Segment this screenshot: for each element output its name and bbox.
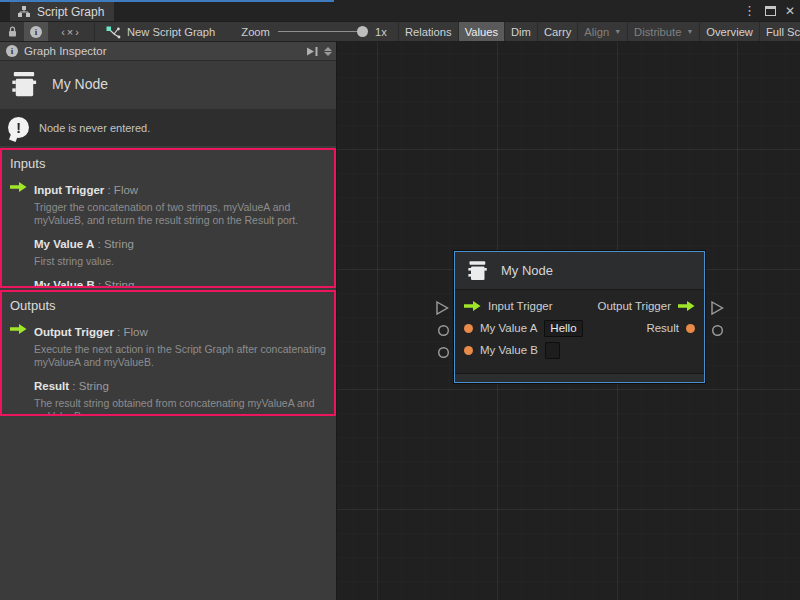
node-footer — [455, 373, 704, 382]
graph-inspector-title: Graph Inspector — [24, 45, 306, 57]
titlebar: Script Graph ⋮ ✕ — [0, 0, 800, 21]
external-value-port-left-a[interactable] — [437, 324, 450, 337]
value-dot-icon — [10, 234, 34, 268]
panel-scroll-arrows[interactable] — [324, 47, 332, 56]
dim-button[interactable]: Dim — [504, 22, 537, 41]
info-icon: i — [30, 26, 42, 38]
info-icon: i — [6, 45, 18, 57]
inputs-title: Inputs — [10, 156, 326, 171]
port-row-result: Result : String The result string obtain… — [10, 376, 326, 416]
port-name: Result — [34, 380, 69, 392]
external-flow-port-right[interactable] — [710, 300, 725, 316]
zoom-label: Zoom — [241, 26, 270, 38]
warning-text: Node is never entered. — [39, 122, 150, 134]
output-trigger-port[interactable]: Output Trigger — [597, 300, 695, 312]
graph-toolbar: i ‹×› New Script Graph Zoom 1x Relations… — [0, 21, 800, 42]
relations-button[interactable]: Relations — [398, 22, 458, 41]
new-graph-label: New Script Graph — [127, 26, 215, 38]
port-label: My Value A — [480, 322, 537, 334]
port-row-my-value-a: My Value A : String First string value. — [10, 234, 326, 268]
window-menu-icon[interactable]: ⋮ — [743, 4, 756, 17]
script-graph-window: Script Graph ⋮ ✕ i ‹×› — [0, 0, 800, 600]
port-label: My Value B — [480, 344, 538, 356]
close-icon[interactable]: ✕ — [785, 5, 795, 17]
inspected-node-title: My Node — [52, 76, 108, 92]
input-trigger-port[interactable]: Input Trigger — [464, 300, 553, 312]
inspect-toggle-button[interactable]: i — [24, 22, 48, 41]
chevron-down-icon: ▼ — [686, 28, 693, 35]
node-warning: ! Node is never entered. — [0, 109, 336, 146]
my-node[interactable]: My Node Input Trigger Output Trigger — [454, 251, 705, 383]
port-label: Result — [646, 322, 679, 334]
zoom-slider-track — [278, 31, 368, 32]
port-type: : String — [95, 279, 135, 288]
external-flow-port-left[interactable] — [435, 300, 450, 316]
flow-arrow-icon — [678, 300, 695, 312]
tab-script-graph[interactable]: Script Graph — [10, 2, 114, 21]
port-description: Trigger the concatenation of two strings… — [34, 201, 326, 227]
arrow-down-icon — [324, 52, 332, 56]
align-dropdown: Align▼ — [577, 22, 627, 41]
flow-arrow-icon — [464, 300, 481, 312]
maximize-icon[interactable] — [765, 6, 776, 16]
port-name: Output Trigger — [34, 326, 114, 338]
warning-bubble-icon: ! — [8, 117, 29, 138]
chevron-down-icon: ▼ — [614, 28, 621, 35]
new-script-graph-button[interactable]: New Script Graph — [105, 25, 215, 39]
overview-button[interactable]: Overview — [699, 22, 759, 41]
port-type: : String — [94, 238, 134, 250]
toolbar-separator — [94, 22, 95, 41]
value-dot-icon — [10, 275, 34, 288]
tab-label: Script Graph — [37, 5, 104, 19]
port-description: Execute the next action in the Script Gr… — [34, 343, 326, 369]
graph-inspector-header[interactable]: i Graph Inspector — [0, 42, 336, 61]
new-graph-icon — [105, 25, 121, 39]
fullscreen-button[interactable]: Full Scr — [759, 22, 800, 41]
port-name: My Value A — [34, 238, 94, 250]
carry-button[interactable]: Carry — [537, 22, 577, 41]
zoom-slider[interactable] — [278, 21, 368, 42]
port-name: Input Trigger — [34, 184, 104, 196]
value-dot-icon — [464, 346, 473, 355]
graph-canvas[interactable]: My Node Input Trigger Output Trigger — [337, 42, 800, 600]
port-label: Input Trigger — [488, 300, 553, 312]
node-title: My Node — [501, 263, 553, 278]
graph-inspector-panel: i Graph Inspector — [0, 42, 337, 600]
port-name: My Value B — [34, 279, 95, 288]
port-type: : String — [69, 380, 109, 392]
zoom-slider-knob[interactable] — [357, 26, 368, 37]
values-button[interactable]: Values — [458, 22, 504, 41]
inputs-section: Inputs Input Trigger : Flow Trigger the … — [0, 148, 336, 288]
node-icon — [8, 69, 39, 100]
value-dot-icon — [686, 324, 695, 333]
value-dot-icon — [10, 376, 34, 416]
port-row-my-value-b: My Value B : String Second string value. — [10, 275, 326, 288]
port-row-input-trigger: Input Trigger : Flow Trigger the concate… — [10, 180, 326, 227]
lock-button[interactable] — [0, 22, 24, 41]
port-description: The result string obtained from concaten… — [34, 397, 326, 416]
external-value-port-left-b[interactable] — [437, 346, 450, 359]
distribute-dropdown: Distribute▼ — [627, 22, 699, 41]
node-body: Input Trigger Output Trigger My Val — [455, 290, 704, 361]
dock-panel-icon[interactable] — [306, 46, 319, 57]
node-icon — [465, 259, 489, 283]
port-label: Output Trigger — [597, 300, 671, 312]
zoom-value: 1x — [375, 26, 387, 38]
external-value-port-right[interactable] — [711, 324, 724, 337]
arrow-up-icon — [324, 47, 332, 51]
result-port[interactable]: Result — [646, 322, 695, 334]
port-type: : Flow — [114, 326, 148, 338]
value-dot-icon — [464, 324, 473, 333]
graph-hierarchy-icon — [17, 5, 31, 18]
port-row-output-trigger: Output Trigger : Flow Execute the next a… — [10, 322, 326, 369]
flow-arrow-icon — [10, 180, 34, 227]
value-b-port[interactable]: My Value B — [464, 342, 560, 359]
outputs-section: Outputs Output Trigger : Flow Execute th… — [0, 290, 336, 416]
code-view-button[interactable]: ‹×› — [48, 22, 94, 41]
node-header[interactable]: My Node — [455, 252, 704, 290]
value-a-input[interactable]: Hello — [544, 320, 582, 337]
inspected-node-summary: My Node — [0, 61, 336, 107]
outputs-title: Outputs — [10, 298, 326, 313]
value-a-port[interactable]: My Value A Hello — [464, 320, 583, 337]
value-b-input[interactable] — [545, 342, 560, 359]
